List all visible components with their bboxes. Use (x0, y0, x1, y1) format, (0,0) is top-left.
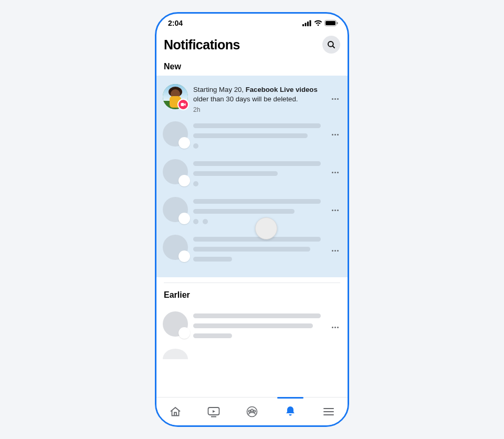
svg-rect-9 (181, 103, 184, 106)
notifications-list: New Starting May 20, Facebook Live video… (156, 59, 348, 397)
header: Notifications (156, 29, 348, 59)
battery-icon (324, 20, 338, 26)
page-title: Notifications (164, 37, 240, 53)
notification-time: 2h (193, 106, 323, 114)
home-icon (169, 405, 182, 418)
svg-point-13 (251, 409, 253, 411)
section-new: Starting May 20, Facebook Live videos ol… (156, 76, 348, 277)
svg-rect-6 (337, 22, 338, 24)
notification-placeholder (156, 229, 348, 272)
status-time: 2:04 (168, 19, 183, 27)
tab-home[interactable] (156, 398, 195, 425)
notification-placeholder (156, 349, 348, 379)
svg-point-14 (248, 410, 250, 412)
status-indicators (302, 20, 338, 26)
search-icon (327, 40, 336, 49)
menu-icon (323, 406, 334, 417)
notification-more-button[interactable] (329, 134, 341, 135)
svg-line-8 (332, 46, 334, 48)
svg-rect-3 (310, 20, 311, 27)
tab-bar (156, 397, 348, 425)
svg-rect-0 (302, 24, 304, 26)
notification-more-button[interactable] (329, 98, 341, 100)
notification-more-button[interactable] (329, 327, 341, 328)
tab-menu[interactable] (309, 398, 348, 425)
notification-more-button[interactable] (329, 250, 341, 252)
notification-text: Starting May 20, Facebook Live videos ol… (193, 84, 323, 114)
notification-placeholder (156, 154, 348, 192)
notification-text-suffix: older than 30 days will be deleted. (193, 95, 298, 103)
live-video-badge-icon (177, 99, 189, 110)
section-new-title: New (156, 59, 348, 76)
wifi-icon (314, 20, 322, 26)
notification-text-prefix: Starting May 20, (193, 86, 246, 93)
svg-point-15 (254, 410, 256, 412)
svg-rect-2 (307, 22, 309, 26)
status-bar: 2:04 (156, 14, 348, 29)
notification-item[interactable]: Starting May 20, Facebook Live videos ol… (156, 80, 348, 116)
avatar-wrap (163, 84, 188, 109)
notification-more-button[interactable] (329, 172, 341, 173)
notification-text-bold: Facebook Live videos (246, 86, 318, 93)
notification-placeholder (156, 306, 348, 349)
notification-placeholder (156, 192, 348, 229)
svg-rect-5 (326, 21, 335, 25)
watch-icon (207, 405, 220, 418)
tab-groups[interactable] (233, 398, 271, 425)
tab-notifications[interactable] (271, 398, 309, 425)
section-earlier (156, 304, 348, 379)
tab-watch[interactable] (195, 398, 233, 425)
notification-placeholder (156, 116, 348, 154)
bell-icon (285, 405, 296, 418)
phone-frame: 2:04 Notifications New (155, 12, 349, 427)
touch-indicator (255, 217, 277, 239)
search-button[interactable] (322, 36, 340, 54)
svg-rect-1 (305, 23, 307, 27)
groups-icon (246, 405, 258, 418)
notification-more-button[interactable] (329, 210, 341, 211)
section-earlier-title: Earlier (156, 283, 348, 304)
cellular-icon (302, 20, 312, 26)
